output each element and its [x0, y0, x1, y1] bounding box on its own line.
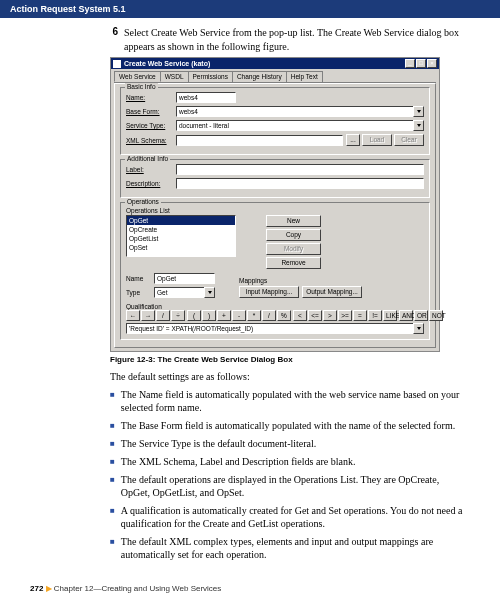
xml-clear-button[interactable]: Clear	[394, 134, 424, 146]
bullet-text: The Name field is automatically populate…	[121, 388, 470, 414]
additional-info-title: Additional Info	[125, 155, 170, 162]
list-item[interactable]: OpGetList	[127, 234, 235, 243]
basic-info-group: Basic Info Name: webs4 Base Form: webs4 …	[120, 87, 430, 155]
bullet-icon: ■	[110, 537, 115, 561]
create-web-service-dialog: Create Web Service (kato) _ □ × Web Serv…	[110, 57, 440, 352]
list-item[interactable]: OpCreate	[127, 225, 235, 234]
operations-list[interactable]: OpGet OpCreate OpGetList OpSet	[126, 215, 236, 257]
list-item: ■The Name field is automatically populat…	[110, 388, 470, 414]
service-type-value[interactable]: document - literal	[176, 120, 413, 131]
op-type-value[interactable]: Get	[154, 287, 204, 298]
qual-btn[interactable]: ÷	[171, 310, 185, 321]
operations-title: Operations	[125, 198, 161, 205]
qualification-title: Qualification	[126, 303, 424, 310]
qual-btn[interactable]: ←	[126, 310, 140, 321]
qual-btn[interactable]: <	[293, 310, 307, 321]
label-label: Label:	[126, 166, 176, 173]
list-item[interactable]: OpGet	[127, 216, 235, 225]
remove-button[interactable]: Remove	[266, 257, 321, 269]
dialog-icon	[113, 60, 121, 68]
qual-btn[interactable]: -	[232, 310, 246, 321]
qual-btn[interactable]: >	[323, 310, 337, 321]
qual-btn[interactable]: *	[247, 310, 261, 321]
qualification-combo[interactable]: 'Request ID' = XPATH(/ROOT/Request_ID)	[126, 323, 424, 334]
qual-btn[interactable]: →	[141, 310, 155, 321]
list-item: ■The XML Schema, Label and Description f…	[110, 455, 470, 468]
qual-btn[interactable]: >=	[338, 310, 352, 321]
chevron-down-icon[interactable]	[413, 120, 424, 131]
page-content: 6 Select Create Web Service from the pop…	[0, 18, 500, 561]
op-type-combo[interactable]: Get	[154, 287, 215, 298]
list-item: ■The Base Form field is automatically po…	[110, 419, 470, 432]
list-item: ■The default operations are displayed in…	[110, 473, 470, 499]
service-type-combo[interactable]: document - literal	[176, 120, 424, 131]
output-mapping-button[interactable]: Output Mapping...	[302, 286, 362, 298]
description-input[interactable]	[176, 178, 424, 189]
copy-button[interactable]: Copy	[266, 229, 321, 241]
qual-btn[interactable]: NOT	[429, 310, 443, 321]
qual-btn[interactable]: =	[353, 310, 367, 321]
label-input[interactable]	[176, 164, 424, 175]
qualification-toolbar: ← → / ÷ ( ) + - * / % < <=	[126, 310, 424, 321]
qual-btn[interactable]: )	[202, 310, 216, 321]
tab-web-service[interactable]: Web Service	[114, 71, 161, 82]
qual-btn[interactable]: /	[156, 310, 170, 321]
doc-title: Action Request System 5.1	[10, 4, 126, 14]
page-number: 272	[30, 584, 43, 593]
qual-btn[interactable]: OR	[414, 310, 428, 321]
qual-btn[interactable]: (	[187, 310, 201, 321]
footer-arrow-icon: ▶	[46, 584, 52, 593]
qualification-group: Qualification ← → / ÷ ( ) + - * / %	[126, 303, 424, 334]
qual-btn[interactable]: AND	[399, 310, 413, 321]
base-form-combo[interactable]: webs4	[176, 106, 424, 117]
page-footer: 272 ▶ Chapter 12—Creating and Using Web …	[30, 584, 221, 593]
name-label: Name:	[126, 94, 176, 101]
bullet-icon: ■	[110, 390, 115, 414]
step-row: 6 Select Create Web Service from the pop…	[110, 26, 470, 53]
close-button[interactable]: ×	[427, 59, 437, 68]
chevron-down-icon[interactable]	[413, 106, 424, 117]
tab-help-text[interactable]: Help Text	[286, 71, 323, 82]
list-item: ■The default XML complex types, elements…	[110, 535, 470, 561]
op-name-input[interactable]: OpGet	[154, 273, 215, 284]
qual-btn[interactable]: <=	[308, 310, 322, 321]
qual-btn[interactable]: /	[262, 310, 276, 321]
bullet-icon: ■	[110, 421, 115, 432]
bullet-text: The XML Schema, Label and Description fi…	[121, 455, 356, 468]
bullet-text: The Base Form field is automatically pop…	[121, 419, 455, 432]
chevron-down-icon[interactable]	[413, 323, 424, 334]
qual-btn[interactable]: LIKE	[383, 310, 397, 321]
dialog-titlebar: Create Web Service (kato) _ □ ×	[111, 58, 439, 69]
modify-button[interactable]: Modify	[266, 243, 321, 255]
xml-load-button[interactable]: Load	[362, 134, 392, 146]
op-name-label: Name	[126, 275, 154, 282]
op-type-label: Type	[126, 289, 154, 296]
qual-btn[interactable]: %	[277, 310, 291, 321]
list-item[interactable]: OpSet	[127, 243, 235, 252]
xml-browse-button[interactable]: ...	[346, 134, 360, 146]
qualification-input[interactable]: 'Request ID' = XPATH(/ROOT/Request_ID)	[126, 323, 413, 334]
tab-change-history[interactable]: Change History	[232, 71, 287, 82]
bullet-text: The default XML complex types, elements …	[121, 535, 470, 561]
bullet-list: ■The Name field is automatically populat…	[110, 388, 470, 561]
chevron-down-icon[interactable]	[204, 287, 215, 298]
intro-text: The default settings are as follows:	[110, 370, 470, 384]
bullet-icon: ■	[110, 457, 115, 468]
name-input[interactable]: webs4	[176, 92, 236, 103]
list-item: ■The Service Type is the default documen…	[110, 437, 470, 450]
xml-schema-input[interactable]	[176, 135, 343, 146]
bullet-icon: ■	[110, 439, 115, 450]
tab-panel: Basic Info Name: webs4 Base Form: webs4 …	[114, 83, 436, 348]
base-form-value[interactable]: webs4	[176, 106, 413, 117]
tab-wsdl[interactable]: WSDL	[160, 71, 189, 82]
qual-btn[interactable]: !=	[368, 310, 382, 321]
minimize-button[interactable]: _	[405, 59, 415, 68]
maximize-button[interactable]: □	[416, 59, 426, 68]
additional-info-group: Additional Info Label: Description:	[120, 159, 430, 198]
tab-permissions[interactable]: Permissions	[188, 71, 233, 82]
step-text: Select Create Web Service from the pop-u…	[124, 26, 470, 53]
input-mapping-button[interactable]: Input Mapping...	[239, 286, 299, 298]
new-button[interactable]: New	[266, 215, 321, 227]
tab-strip: Web Service WSDL Permissions Change Hist…	[114, 71, 436, 83]
qual-btn[interactable]: +	[217, 310, 231, 321]
